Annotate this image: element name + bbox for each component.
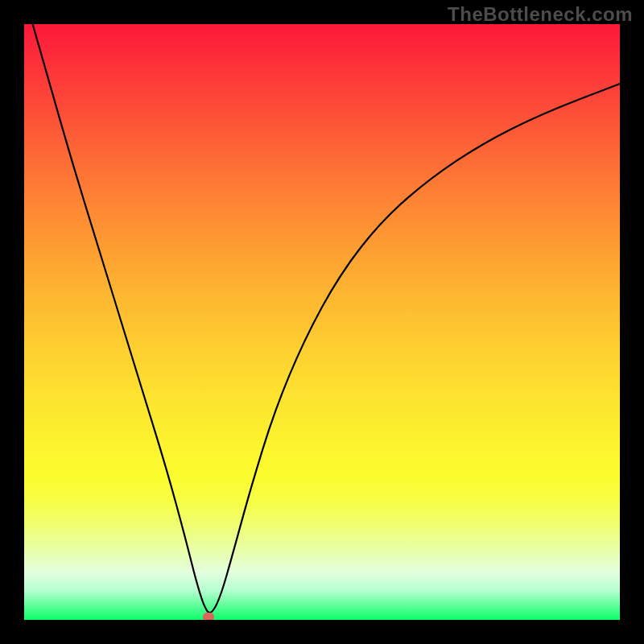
minimum-marker [203, 613, 214, 620]
watermark-text: TheBottleneck.com [448, 3, 633, 26]
bottleneck-curve [24, 24, 620, 620]
chart-frame: TheBottleneck.com [0, 0, 644, 644]
plot-area [24, 24, 620, 620]
